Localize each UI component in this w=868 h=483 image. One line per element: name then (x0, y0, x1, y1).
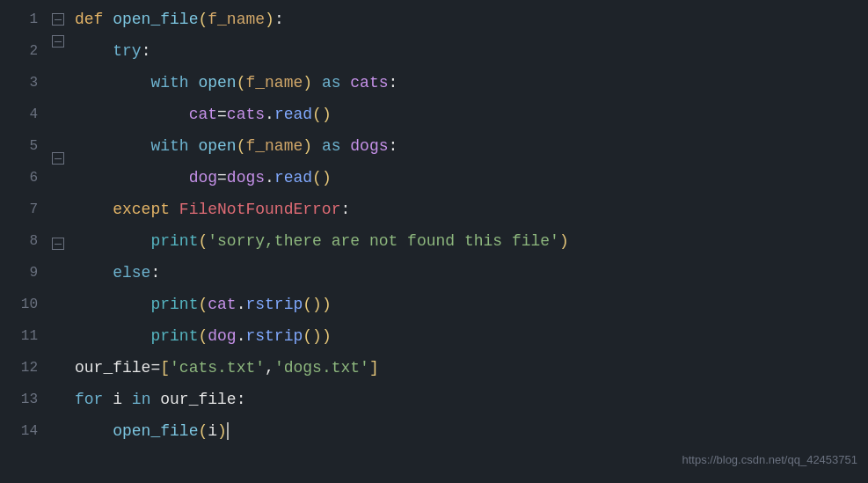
paren-l3: ( (237, 67, 246, 99)
fold-empty-11 (48, 282, 68, 313)
paren-l10: ( (198, 289, 208, 320)
fn-open-file-2: open_file (113, 415, 198, 447)
fn-print-1: print (150, 225, 198, 257)
paren-r1: ) (265, 4, 274, 35)
paren-r8: ) (559, 225, 569, 257)
fold-marker-6[interactable] (52, 152, 64, 165)
method-read-1: read (274, 99, 312, 130)
colon-l9: : (150, 257, 160, 289)
line-num-14: 14 (0, 415, 38, 447)
fold-empty-10 (48, 250, 68, 282)
var-ourfile-2: our_file (160, 384, 236, 415)
paren-r10: ()) (303, 289, 331, 320)
code-line-14: open_file(i) (75, 415, 868, 447)
eq-l6: = (217, 162, 227, 194)
keyword-as-2: as (322, 130, 350, 162)
string-sorry: 'sorry,there are not found this file' (208, 225, 559, 257)
indent-l14 (75, 415, 113, 447)
paren-l14: ( (198, 415, 208, 447)
code-line-1: def open_file(f_name): (75, 4, 868, 35)
code-line-13: for i in our_file: (75, 384, 868, 415)
fold-gutter (48, 0, 68, 483)
indent-l4 (75, 99, 189, 130)
line-num-6: 6 (0, 162, 38, 194)
paren-l6: () (312, 162, 332, 194)
fn-open-file: open_file (113, 4, 198, 35)
fn-open-1: open (198, 67, 236, 99)
colon-l2: : (142, 35, 151, 67)
line-num-2: 2 (0, 35, 38, 67)
fold-empty-14 (48, 377, 68, 408)
code-line-7: except FileNotFoundError: (75, 194, 868, 225)
paren-l11: ( (198, 320, 208, 352)
param-fname-5: f_name (245, 130, 303, 162)
indent-l11 (75, 320, 150, 352)
colon-l5: : (389, 130, 398, 162)
fold-empty-13 (48, 345, 68, 377)
paren-r3: ) (303, 67, 322, 99)
var-cat-2: cat (208, 289, 236, 320)
string-dogs: 'dogs.txt' (274, 352, 369, 384)
keyword-else: else (113, 257, 150, 289)
line-num-10: 10 (0, 289, 38, 320)
keyword-with-2: with (150, 130, 198, 162)
var-dog-2: dog (208, 320, 236, 352)
fold-empty-5 (48, 111, 68, 143)
var-cats-2: cats (227, 99, 265, 130)
fold-marker-9[interactable] (52, 238, 64, 250)
line-num-3: 3 (0, 67, 38, 99)
param-fname: f_name (208, 4, 265, 35)
paren-l5: ( (237, 130, 246, 162)
code-line-9: else: (75, 257, 868, 289)
fold-empty-4 (48, 79, 68, 111)
keyword-except: except (113, 194, 179, 225)
indent-l10 (75, 289, 150, 320)
line-num-13: 13 (0, 384, 38, 415)
colon-l7: : (340, 194, 350, 225)
var-i: i (113, 384, 132, 415)
fold-empty-8 (48, 196, 68, 228)
keyword-for: for (75, 384, 113, 415)
code-line-2: try: (75, 35, 868, 67)
keyword-try: try (113, 35, 141, 67)
class-filenotfound: FileNotFoundError (179, 194, 341, 225)
indent-l3 (75, 67, 150, 99)
colon-l13: : (237, 384, 246, 415)
code-editor: 1 2 3 4 5 6 7 8 9 10 11 12 13 14 (0, 0, 868, 483)
code-line-6: dog=dogs.read() (75, 162, 868, 194)
line-num-8: 8 (0, 225, 38, 257)
var-dog: dog (189, 162, 217, 194)
var-cats: cats (350, 67, 388, 99)
line-num-11: 11 (0, 320, 38, 352)
fn-print-2: print (150, 289, 198, 320)
var-dogs-2: dogs (227, 162, 265, 194)
indent-l5 (75, 130, 150, 162)
indent-l6 (75, 162, 189, 194)
dot-l4: . (265, 99, 274, 130)
var-i-2: i (208, 415, 217, 447)
indent-l8 (75, 225, 150, 257)
colon-l1: : (274, 4, 284, 35)
var-dogs: dogs (350, 130, 388, 162)
comma-l12: , (265, 352, 274, 384)
fold-marker-1[interactable] (52, 13, 64, 26)
colon-l3: : (389, 67, 398, 99)
keyword-in: in (132, 384, 160, 415)
line-num-12: 12 (0, 352, 38, 384)
dot-l10: . (237, 289, 246, 320)
dot-l6: . (265, 162, 274, 194)
var-cat: cat (189, 99, 217, 130)
fn-open-2: open (198, 130, 236, 162)
code-area[interactable]: def open_file(f_name): try: with open(f_… (68, 0, 868, 483)
code-line-5: with open(f_name) as dogs: (75, 130, 868, 162)
paren-l4: () (312, 99, 332, 130)
method-read-2: read (274, 162, 312, 194)
paren-r14: ) (217, 415, 227, 447)
keyword-def: def (75, 4, 113, 35)
dot-l11: . (237, 320, 246, 352)
line-num-4: 4 (0, 99, 38, 130)
code-line-11: print(dog.rstrip()) (75, 320, 868, 352)
fold-marker-2[interactable] (52, 35, 64, 48)
line-numbers: 1 2 3 4 5 6 7 8 9 10 11 12 13 14 (0, 0, 48, 483)
code-line-10: print(cat.rstrip()) (75, 289, 868, 320)
